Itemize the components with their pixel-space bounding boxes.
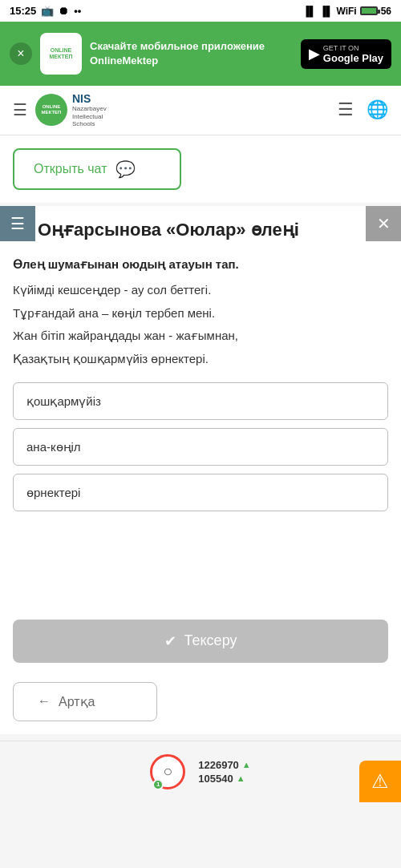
get-it-on-label: GET IT ON bbox=[323, 44, 383, 52]
avatar-badge: 1 bbox=[152, 779, 164, 790]
stat-1-value: 1226970 bbox=[198, 759, 239, 771]
nav-icons: ☰ 🌐 bbox=[338, 99, 388, 120]
record-icon: ⏺ bbox=[59, 5, 69, 17]
online-mektep-logo: ONLINEМЕКТЕП bbox=[35, 94, 67, 126]
check-button[interactable]: ✔ Тексеру bbox=[13, 620, 388, 663]
play-store-icon: ▶ bbox=[309, 45, 320, 63]
banner-close-button[interactable]: × bbox=[10, 42, 32, 65]
wifi-icon: WiFi bbox=[336, 6, 356, 17]
nis-name: NIS bbox=[72, 92, 107, 105]
banner-description: Скачайте мобильное приложение OnlineMekt… bbox=[90, 39, 293, 68]
dots-icon: •• bbox=[74, 5, 81, 17]
check-label: Тексеру bbox=[184, 632, 237, 649]
banner-logo-text: ONLINE МЕКТЕП bbox=[50, 47, 73, 59]
status-bar: 15:25 📺 ⏺ •• ▐▌ ▐▌ WiFi 56 bbox=[0, 0, 401, 22]
tv-icon: 📺 bbox=[41, 5, 54, 17]
stat-2-up-icon: ▲ bbox=[237, 773, 245, 783]
list-view-icon[interactable]: ☰ bbox=[338, 99, 354, 120]
status-right: ▐▌ ▐▌ WiFi 56 bbox=[302, 6, 391, 17]
poem-title: Ф. Оңғарсынова «Оюлар» өлеңі bbox=[13, 219, 388, 242]
close-button[interactable]: ✕ bbox=[366, 206, 401, 241]
signal-icon: ▐▌ bbox=[302, 6, 316, 17]
answer-input-3[interactable] bbox=[13, 474, 388, 511]
stat-row-2: 105540 ▲ bbox=[198, 773, 251, 785]
google-play-text: GET IT ON Google Play bbox=[323, 44, 383, 64]
google-play-button[interactable]: ▶ GET IT ON Google Play bbox=[301, 39, 391, 69]
poem-line-2: Тұрғандай ана – көңіл тербеп мені. bbox=[13, 305, 388, 323]
time: 15:25 bbox=[10, 5, 36, 17]
check-btn-section: ✔ Тексеру bbox=[0, 607, 401, 676]
warning-icon: ⚠ bbox=[371, 770, 389, 793]
status-left: 15:25 📺 ⏺ •• bbox=[10, 5, 81, 17]
back-button[interactable]: ← Артқа bbox=[13, 682, 157, 721]
open-chat-button[interactable]: Открыть чат 💬 bbox=[13, 148, 181, 190]
bottom-bar: ○ 1 1226970 ▲ 105540 ▲ ⚠ bbox=[0, 741, 401, 802]
stat-1-up-icon: ▲ bbox=[242, 760, 251, 769]
open-chat-label: Открыть чат bbox=[34, 162, 107, 176]
arrow-icon: ← bbox=[38, 694, 51, 709]
chat-icon: 💬 bbox=[115, 159, 136, 179]
hamburger-icon[interactable]: ☰ bbox=[13, 100, 27, 119]
poem-container: Ф. Оңғарсынова «Оюлар» өлеңі Өлең шумағы… bbox=[0, 206, 401, 607]
back-label: Артқа bbox=[59, 694, 95, 709]
nav-logos: ONLINEМЕКТЕП NIS NazarbayevIntellectualS… bbox=[35, 92, 330, 128]
answer-input-1[interactable] bbox=[13, 382, 388, 420]
globe-icon[interactable]: 🌐 bbox=[367, 99, 388, 120]
poem-line-1: Күйімді кешсеңдер - ау сол беттегі. bbox=[13, 281, 388, 300]
google-play-label: Google Play bbox=[323, 52, 383, 64]
nis-subtext: NazarbayevIntellectualSchools bbox=[72, 105, 107, 128]
banner-main-text: Скачайте мобильное приложение bbox=[90, 39, 293, 54]
stat-2-value: 105540 bbox=[198, 773, 233, 785]
back-btn-section: ← Артқа bbox=[0, 676, 401, 734]
answer-input-2[interactable] bbox=[13, 428, 388, 466]
signal2-icon: ▐▌ bbox=[319, 6, 333, 17]
banner-app-name: OnlineMektep bbox=[90, 54, 293, 68]
battery-level: 56 bbox=[381, 6, 391, 17]
answer-inputs bbox=[13, 382, 388, 511]
warning-button[interactable]: ⚠ bbox=[359, 761, 401, 802]
poem-line-3: Жан бітіп жайраңдады жан - жағымнан, bbox=[13, 327, 388, 345]
navbar: ☰ ONLINEМЕКТЕП NIS NazarbayevIntellectua… bbox=[0, 86, 401, 135]
user-avatar: ○ 1 bbox=[150, 754, 185, 789]
battery-icon bbox=[360, 6, 378, 15]
stats-container: 1226970 ▲ 105540 ▲ bbox=[198, 759, 251, 785]
app-banner: × ONLINE МЕКТЕП Скачайте мобильное прило… bbox=[0, 22, 401, 86]
left-menu-button[interactable]: ☰ bbox=[0, 206, 35, 241]
avatar-icon: ○ bbox=[163, 762, 172, 781]
main-content: ☰ ✕ Ф. Оңғарсынова «Оюлар» өлеңі Өлең шу… bbox=[0, 206, 401, 734]
checkmark-icon: ✔ bbox=[164, 632, 176, 650]
banner-logo: ONLINE МЕКТЕП bbox=[40, 33, 82, 75]
poem-line-4: Қазақтың қошқармүйіз өрнектері. bbox=[13, 350, 388, 369]
chat-section: Открыть чат 💬 bbox=[0, 135, 401, 203]
nis-logo: NIS NazarbayevIntellectualSchools bbox=[72, 92, 107, 128]
stat-row-1: 1226970 ▲ bbox=[198, 759, 251, 771]
poem-question: Өлең шумағынан оюдың атауын тап. bbox=[13, 257, 388, 272]
